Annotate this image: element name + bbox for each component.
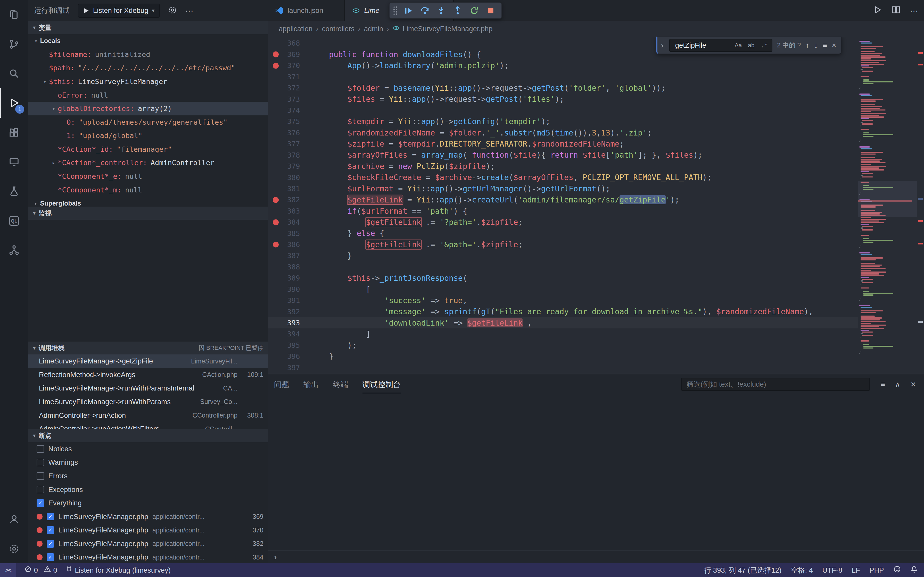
source-control-icon[interactable] bbox=[0, 29, 28, 59]
editor-gutter[interactable]: 377 bbox=[268, 140, 311, 148]
step-over-button[interactable] bbox=[418, 3, 432, 18]
remote-indicator[interactable]: >< bbox=[0, 563, 16, 577]
code-editor[interactable]: 368369 public function downloadFiles() {… bbox=[268, 37, 924, 374]
notifications-bell-icon[interactable] bbox=[910, 566, 918, 575]
panel-tab-终端[interactable]: 终端 bbox=[333, 375, 348, 393]
breadcrumb-item[interactable]: application bbox=[279, 25, 312, 33]
code-text[interactable]: if($urlFormat == 'path') { bbox=[311, 206, 467, 217]
remote-explorer-icon[interactable] bbox=[0, 147, 28, 176]
more-actions-icon[interactable]: ··· bbox=[910, 6, 918, 15]
problems-status[interactable]: 0 0 bbox=[24, 566, 57, 574]
editor-gutter[interactable]: 374 bbox=[268, 106, 311, 114]
editor-gutter[interactable]: 389 bbox=[268, 274, 311, 282]
code-text[interactable]: public function downloadFiles() { bbox=[311, 49, 481, 60]
checkbox[interactable]: ✓ bbox=[47, 513, 54, 521]
callstack-frame[interactable]: LimeSurveyFileManager->getZipFileLimeSur… bbox=[28, 355, 268, 368]
checkbox[interactable]: ✓ bbox=[47, 526, 54, 534]
code-text[interactable]: ] bbox=[311, 329, 370, 340]
extensions-icon[interactable] bbox=[0, 118, 28, 147]
editor-gutter[interactable]: 380 bbox=[268, 174, 311, 182]
previous-match-icon[interactable]: ↑ bbox=[805, 42, 809, 49]
variable-row[interactable]: *CComponent*_e:null bbox=[28, 169, 268, 183]
variables-section-header[interactable]: ▾ 变量 bbox=[28, 21, 268, 34]
breakpoint-filter-row[interactable]: ✓Everything bbox=[28, 496, 268, 510]
code-text[interactable]: $checkFileCreate = $archive->create($arr… bbox=[311, 172, 712, 183]
editor-gutter[interactable]: 375 bbox=[268, 118, 311, 126]
codeql-icon[interactable]: QL bbox=[0, 206, 28, 235]
close-panel-icon[interactable]: × bbox=[911, 374, 916, 394]
debug-config-picker[interactable]: Listen for Xdebug ▾ bbox=[78, 3, 160, 18]
regex-icon[interactable]: .* bbox=[759, 40, 769, 50]
next-match-icon[interactable]: ↓ bbox=[814, 42, 818, 49]
editor-gutter[interactable]: 386 bbox=[268, 240, 311, 248]
stop-button[interactable] bbox=[484, 3, 498, 18]
breakpoint-file-row[interactable]: ✓LimeSurveyFileManager.phpapplication/co… bbox=[28, 550, 268, 563]
editor-gutter[interactable]: 371 bbox=[268, 73, 311, 81]
step-into-button[interactable] bbox=[434, 3, 448, 18]
editor-gutter[interactable]: 376 bbox=[268, 129, 311, 137]
tree-arrow-icon[interactable]: ▾ bbox=[50, 106, 58, 112]
editor-gutter[interactable]: 378 bbox=[268, 151, 311, 159]
checkbox[interactable]: ✓ bbox=[47, 553, 54, 561]
step-out-button[interactable] bbox=[451, 3, 465, 18]
code-text[interactable]: $files = Yii::app()->request->getPost('f… bbox=[311, 93, 564, 105]
breakpoint-dot[interactable] bbox=[273, 197, 279, 203]
call-stack-section-header[interactable]: ▾ 调用堆栈 因 BREAKPOINT 已暂停 bbox=[28, 342, 268, 355]
variable-row[interactable]: ▸*CAction*_controller:AdminController bbox=[28, 156, 268, 170]
editor-gutter[interactable]: 394 bbox=[268, 330, 311, 338]
checkbox[interactable] bbox=[37, 472, 44, 480]
code-text[interactable]: 'success' => true, bbox=[311, 295, 467, 306]
code-text[interactable]: } else { bbox=[311, 228, 384, 239]
editor-gutter[interactable]: 384 bbox=[268, 218, 311, 226]
editor-gutter[interactable]: 370 bbox=[268, 61, 311, 69]
checkbox[interactable] bbox=[37, 486, 44, 493]
code-text[interactable]: $archive = new PclZip($zipfile); bbox=[311, 161, 495, 172]
status-item[interactable]: 行 393, 列 47 (已选择12) bbox=[704, 566, 782, 575]
breakpoints-section-header[interactable]: ▾ 断点 bbox=[28, 429, 268, 442]
account-icon[interactable] bbox=[0, 504, 28, 534]
variable-row[interactable]: *CComponent*_m:null bbox=[28, 183, 268, 197]
breakpoint-file-row[interactable]: ✓LimeSurveyFileManager.phpapplication/co… bbox=[28, 510, 268, 524]
variable-row[interactable]: $filename:uninitialized bbox=[28, 48, 268, 61]
maximize-panel-icon[interactable]: ∧ bbox=[895, 374, 901, 394]
breakpoint-filter-row[interactable]: Notices bbox=[28, 442, 268, 456]
code-text[interactable]: $this->_printJsonResponse( bbox=[311, 272, 467, 284]
callstack-frame[interactable]: LimeSurveyFileManager->runWithParamsInte… bbox=[28, 382, 268, 395]
editor-gutter[interactable]: 397 bbox=[268, 364, 311, 372]
code-text[interactable]: } bbox=[311, 351, 334, 362]
code-text[interactable]: $getFileLink = Yii::app()->createUrl('ad… bbox=[311, 194, 680, 205]
callstack-frame[interactable]: AdminController->runActionCController.ph… bbox=[28, 409, 268, 422]
panel-tab-输出[interactable]: 输出 bbox=[304, 375, 319, 393]
editor-gutter[interactable]: 383 bbox=[268, 207, 311, 215]
editor-gutter[interactable]: 392 bbox=[268, 308, 311, 316]
code-text[interactable]: $getFileLink .= '&path='.$zipfile; bbox=[311, 239, 523, 250]
debug-session-status[interactable]: Listen for Xdebug (limesurvey) bbox=[66, 566, 171, 574]
editor-gutter[interactable]: 387 bbox=[268, 251, 311, 259]
editor-gutter[interactable]: 395 bbox=[268, 341, 311, 349]
test-beaker-icon[interactable] bbox=[0, 177, 28, 206]
code-text[interactable]: } bbox=[311, 250, 352, 261]
code-text[interactable]: [ bbox=[311, 284, 370, 295]
toggle-replace-icon[interactable]: › bbox=[660, 41, 665, 50]
tree-arrow-icon[interactable]: ▸ bbox=[32, 200, 40, 206]
callstack-frame[interactable]: ReflectionMethod->invokeArgsCAction.php1… bbox=[28, 368, 268, 382]
tree-arrow-icon[interactable]: ▸ bbox=[50, 160, 58, 166]
editor-gutter[interactable]: 379 bbox=[268, 162, 311, 170]
panel-tab-问题[interactable]: 问题 bbox=[274, 375, 289, 393]
code-text[interactable]: $zipfile = $tempdir.DIRECTORY_SEPARATOR.… bbox=[311, 138, 624, 150]
run-or-debug-icon[interactable] bbox=[873, 5, 882, 16]
tab-launch-json[interactable]: launch.json bbox=[268, 0, 345, 21]
status-item[interactable]: LF bbox=[852, 566, 860, 575]
more-actions-icon[interactable]: ··· bbox=[185, 6, 193, 15]
continue-button[interactable] bbox=[401, 3, 415, 18]
debug-console-input[interactable]: › bbox=[268, 550, 924, 564]
status-item[interactable]: PHP bbox=[869, 566, 884, 575]
breadcrumb-item[interactable]: admin bbox=[364, 25, 383, 33]
code-text[interactable]: $tempdir = Yii::app()->getConfig('tempdi… bbox=[311, 116, 551, 127]
checkbox[interactable] bbox=[37, 459, 44, 466]
tree-arrow-icon[interactable]: ▾ bbox=[32, 38, 40, 44]
breakpoint-filter-row[interactable]: Errors bbox=[28, 469, 268, 483]
feedback-smiley-icon[interactable] bbox=[893, 566, 901, 575]
minimap-slider[interactable] bbox=[858, 181, 917, 218]
breakpoint-filter-row[interactable]: Warnings bbox=[28, 456, 268, 469]
